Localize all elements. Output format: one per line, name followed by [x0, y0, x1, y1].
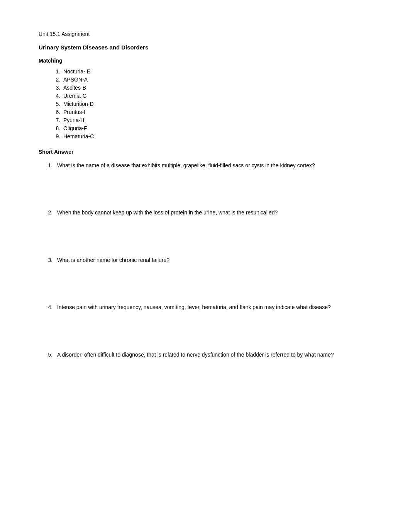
page-container: Unit 15.1 Assignment Urinary System Dise… [0, 0, 410, 428]
list-item: Nocturia- E [62, 68, 371, 75]
list-item: Pruritus-I [62, 109, 371, 115]
question-item: When the body cannot keep up with the lo… [54, 208, 371, 217]
short-answer-heading: Short Answer [39, 149, 371, 155]
question-text: When the body cannot keep up with the lo… [57, 208, 371, 217]
question-item: Intense pain with urinary frequency, nau… [54, 303, 371, 311]
question-item: A disorder, often difficult to diagnose,… [54, 350, 371, 359]
question-text: Intense pain with urinary frequency, nau… [57, 303, 371, 311]
list-item: Ascites-B [62, 85, 371, 91]
questions-list: What is the name of a disease that exhib… [54, 161, 371, 359]
question-item: What is another name for chronic renal f… [54, 256, 371, 264]
question-item: What is the name of a disease that exhib… [54, 161, 371, 170]
list-item: Hematuria-C [62, 133, 371, 139]
list-item: Oliguria-F [62, 125, 371, 131]
question-text: What is another name for chronic renal f… [57, 256, 371, 264]
list-item: APSGN-A [62, 76, 371, 83]
unit-title: Unit 15.1 Assignment [39, 31, 371, 37]
question-text: What is the name of a disease that exhib… [57, 161, 371, 170]
list-item: Micturition-D [62, 101, 371, 107]
matching-list: Nocturia- E APSGN-A Ascites-B Uremia-G M… [62, 68, 371, 139]
matching-heading: Matching [39, 58, 371, 64]
list-item: Pyuria-H [62, 117, 371, 123]
doc-title: Urinary System Diseases and Disorders [39, 44, 371, 51]
question-text: A disorder, often difficult to diagnose,… [57, 350, 371, 359]
list-item: Uremia-G [62, 93, 371, 99]
